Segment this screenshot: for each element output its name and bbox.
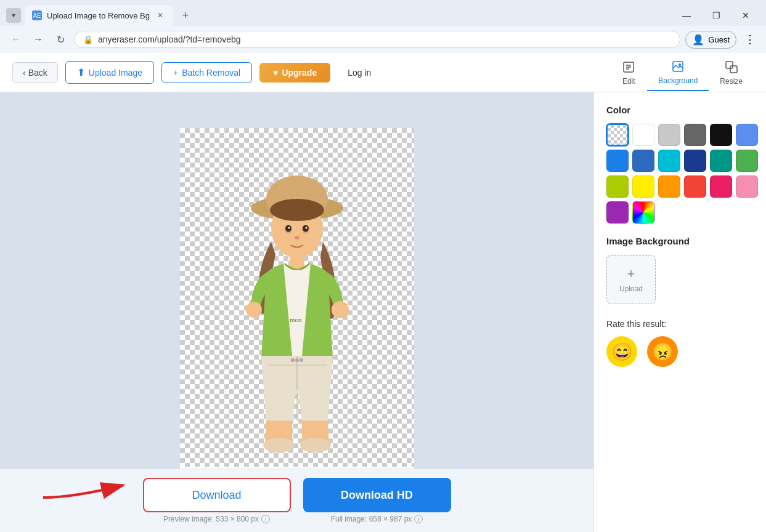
full-info: Full image: 658 × 987 px i — [331, 515, 423, 523]
color-swatch-cyan[interactable] — [658, 150, 680, 172]
rate-title: Rate this result: — [606, 319, 754, 329]
address-bar: ← → ↻ 🔒 anyeraser.com/upload/?td=removeb… — [0, 26, 766, 53]
new-tab-button[interactable]: + — [177, 7, 194, 24]
app-toolbar: ‹ Back ⬆ Upload Image + Batch Removal ♥ … — [0, 53, 766, 92]
angry-emoji-button[interactable]: 😠 — [647, 336, 678, 367]
color-swatch-blue-mid[interactable] — [632, 150, 654, 172]
profile-button[interactable]: 👤 Guest — [685, 31, 736, 49]
color-swatch-teal[interactable] — [710, 150, 732, 172]
active-tab[interactable]: AE Upload Image to Remove Bg ✕ — [25, 5, 173, 26]
svg-point-5 — [678, 63, 681, 66]
batch-label: Batch Removal — [182, 68, 240, 78]
svg-rect-6 — [726, 62, 733, 68]
main-area: mon — [0, 92, 766, 532]
svg-point-20 — [332, 301, 349, 318]
person-image: mon — [217, 137, 377, 457]
back-button[interactable]: ‹ Back — [12, 62, 58, 83]
full-info-icon[interactable]: i — [414, 515, 423, 523]
svg-rect-7 — [730, 66, 737, 73]
window-controls: — ❐ ✕ — [672, 5, 760, 26]
background-label: Background — [658, 76, 698, 85]
edit-tab[interactable]: Edit — [610, 55, 647, 91]
svg-point-28 — [263, 438, 294, 453]
batch-removal-button[interactable]: + Batch Removal — [161, 62, 252, 83]
svg-point-27 — [299, 358, 303, 362]
color-swatch-purple[interactable] — [606, 201, 629, 224]
preview-info-icon[interactable]: i — [261, 515, 270, 523]
tab-close-button[interactable]: ✕ — [155, 10, 166, 21]
download-label: Download — [192, 489, 241, 501]
color-swatch-dark-gray[interactable] — [684, 124, 706, 146]
color-swatch-white[interactable] — [632, 124, 654, 146]
color-swatch-black[interactable] — [710, 124, 732, 146]
svg-text:mon: mon — [290, 316, 302, 323]
svg-point-26 — [295, 358, 299, 362]
color-swatch-red[interactable] — [684, 175, 706, 198]
bottom-bar: Download Preview image: 533 × 800 px i D… — [0, 469, 593, 532]
back-nav-button[interactable]: ← — [7, 31, 25, 48]
profile-label: Guest — [708, 35, 730, 44]
download-hd-section: Download HD Full image: 658 × 987 px i — [303, 478, 451, 523]
download-hd-label: Download HD — [341, 489, 413, 501]
url-bar[interactable]: 🔒 anyeraser.com/upload/?td=removebg — [74, 31, 680, 48]
background-tab[interactable]: Background — [647, 54, 709, 91]
color-swatch-dark-blue[interactable] — [684, 150, 706, 172]
forward-nav-button[interactable]: → — [30, 31, 47, 48]
download-hd-button[interactable]: Download HD — [303, 478, 451, 512]
upload-background-button[interactable]: + Upload — [606, 255, 656, 304]
svg-point-17 — [305, 227, 307, 229]
preview-info: Preview image: 533 × 800 px i — [163, 515, 270, 523]
upgrade-button[interactable]: ♥ Upgrade — [259, 63, 330, 83]
edit-label: Edit — [622, 77, 635, 86]
color-swatch-pink-red[interactable] — [710, 175, 732, 198]
happy-emoji-button[interactable]: 😄 — [606, 336, 637, 367]
color-swatch-green[interactable] — [736, 150, 758, 172]
red-arrow — [37, 467, 136, 504]
color-swatch-yellow[interactable] — [632, 175, 654, 198]
download-section: Download Preview image: 533 × 800 px i — [143, 478, 291, 523]
color-swatch-rainbow[interactable] — [632, 201, 654, 224]
color-swatch-light-gray[interactable] — [658, 124, 680, 146]
back-chevron-icon: ‹ — [23, 68, 26, 78]
resize-tab[interactable]: Resize — [709, 55, 754, 91]
download-button[interactable]: Download — [143, 478, 291, 512]
preview-info-text: Preview image: 533 × 800 px — [163, 515, 259, 523]
image-background-section: Image Background + Upload — [606, 236, 754, 304]
emoji-row: 😄 😠 — [606, 336, 754, 367]
color-swatch-orange[interactable] — [658, 175, 680, 198]
rate-section: Rate this result: 😄 😠 — [606, 319, 754, 367]
maximize-button[interactable]: ❐ — [702, 5, 730, 26]
resize-icon — [724, 60, 739, 75]
upgrade-label: Upgrade — [282, 68, 317, 78]
color-swatch-pink[interactable] — [736, 175, 758, 198]
browser-menu-button[interactable]: ⋮ — [741, 31, 759, 48]
tab-list-button[interactable]: ▾ — [6, 8, 21, 23]
background-icon — [670, 59, 685, 74]
svg-point-25 — [291, 358, 295, 362]
color-swatch-transparent[interactable] — [606, 124, 629, 146]
svg-point-11 — [270, 199, 324, 221]
color-grid — [606, 124, 754, 224]
upload-icon: ⬆ — [77, 66, 85, 78]
color-swatch-blue[interactable] — [606, 150, 629, 172]
svg-point-29 — [300, 438, 331, 453]
minimize-button[interactable]: — — [672, 5, 701, 26]
reload-button[interactable]: ↻ — [52, 31, 69, 48]
right-panel: Color Image Background + Upload Rate thi… — [593, 92, 766, 532]
color-swatch-blue-light2[interactable] — [736, 124, 758, 146]
browser-chrome: ▾ AE Upload Image to Remove Bg ✕ + — ❐ ✕… — [0, 0, 766, 53]
upload-bg-plus-icon: + — [627, 266, 635, 282]
upload-bg-label: Upload — [619, 284, 643, 293]
canvas-area: mon — [0, 92, 593, 532]
tool-tabs: Edit Background Resize — [610, 54, 754, 91]
image-canvas: mon — [180, 128, 414, 467]
color-swatch-yellow-green[interactable] — [606, 175, 629, 198]
title-bar: ▾ AE Upload Image to Remove Bg ✕ + — ❐ ✕ — [0, 0, 766, 26]
svg-point-16 — [288, 227, 290, 229]
upload-image-button[interactable]: ⬆ Upload Image — [65, 61, 154, 84]
close-button[interactable]: ✕ — [731, 5, 760, 26]
login-button[interactable]: Log in — [338, 63, 381, 83]
login-label: Log in — [348, 68, 371, 78]
crown-icon: ♥ — [273, 68, 278, 78]
image-container: mon — [180, 128, 414, 496]
